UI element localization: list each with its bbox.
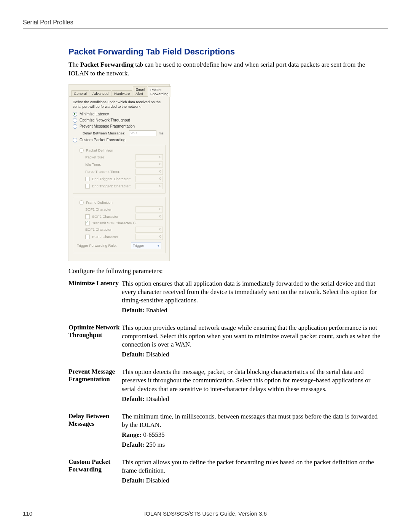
radio-custom-forwarding[interactable]: Custom Packet Forwarding: [73, 138, 166, 142]
radio-dot-icon: [73, 118, 77, 123]
trigger-rule-label: Trigger Forwarding Rule:: [77, 243, 117, 248]
radio-dot-icon: [79, 148, 84, 153]
force-transmit-input[interactable]: 0: [135, 169, 163, 175]
parameter-description: This option provides optimal network usa…: [122, 324, 384, 360]
radio-label: Custom Packet Forwarding: [80, 138, 126, 142]
tab-general[interactable]: General: [71, 90, 89, 96]
radio-label: Optimize Network Throughput: [80, 118, 130, 122]
parameter-row: Minimize LatencyThis option ensures that…: [68, 280, 384, 316]
checkbox-icon[interactable]: [85, 177, 90, 181]
tab-advanced[interactable]: Advanced: [90, 90, 111, 96]
tab-email-alert[interactable]: Email Alert: [133, 86, 147, 96]
tab-hardware[interactable]: Hardware: [112, 90, 132, 96]
parameter-row: Delay Between MessagesThe minimum time, …: [68, 412, 384, 451]
parameter-description: This option ensures that all application…: [122, 280, 384, 316]
section-title: Packet Forwarding Tab Field Descriptions: [68, 47, 384, 57]
dialog-instruction: Define the conditions under which data r…: [73, 100, 166, 109]
chevron-down-icon: ▾: [158, 244, 159, 248]
radio-dot-icon: [73, 112, 77, 117]
eof2-label: EOF2 Character:: [92, 235, 133, 239]
intro-paragraph: The Packet Forwarding tab can be used to…: [68, 61, 384, 78]
end-trigger2-label: End Trigger2 Character:: [92, 184, 133, 188]
tab-packet-forwarding[interactable]: Packet Forwarding: [148, 86, 171, 97]
radio-label: Minimize Latency: [80, 112, 109, 116]
packet-forwarding-dialog: General Advanced Hardware Email Alert Pa…: [68, 84, 170, 261]
footer-guide-title: IOLAN SDS/SCS/STS User's Guide, Version …: [68, 510, 342, 517]
checkbox-icon[interactable]: [85, 184, 90, 189]
radio-dot-icon: [73, 138, 77, 142]
end-trigger1-label: End Trigger1 Character:: [92, 177, 133, 181]
parameter-row: Prevent Message FragmentationThis option…: [68, 368, 384, 404]
group-frame-definition: Frame Definition SOF1 Character: 0 SOF2 …: [73, 197, 166, 253]
delay-between-label: Delay Between Messages:: [83, 131, 127, 135]
parameter-name: Delay Between Messages: [68, 412, 122, 428]
eof1-label: EOF1 Character:: [85, 227, 133, 232]
delay-between-input[interactable]: 250: [129, 130, 156, 136]
sof1-label: SOF1 Character:: [85, 207, 133, 211]
trigger-rule-select[interactable]: Trigger ▾: [131, 242, 161, 249]
parameter-row: Custom Packet ForwardingThis option allo…: [68, 458, 384, 486]
radio-dot-icon: [79, 200, 84, 205]
page-number: 110: [23, 510, 68, 517]
parameter-table: Minimize LatencyThis option ensures that…: [68, 280, 384, 487]
radio-label: Prevent Message Fragmentation: [80, 124, 135, 128]
radio-optimize-throughput[interactable]: Optimize Network Throughput: [73, 118, 166, 123]
parameter-row: Optimize Network ThroughputThis option p…: [68, 324, 384, 360]
parameter-description: This option detects the message, packet,…: [122, 368, 384, 404]
parameter-description: The minimum time, in milliseconds, betwe…: [122, 412, 384, 451]
radio-minimize-latency[interactable]: Minimize Latency: [73, 112, 166, 117]
idle-time-input[interactable]: 0: [135, 161, 163, 168]
radio-label: Frame Definition: [86, 200, 113, 204]
packet-size-input[interactable]: 0: [135, 154, 163, 160]
end-trigger2-input[interactable]: 0: [135, 183, 163, 189]
radio-label: Packet Definition: [86, 148, 113, 152]
intro-pre: The: [68, 61, 80, 68]
eof2-input[interactable]: 0: [135, 234, 163, 240]
radio-dot-icon: [73, 124, 77, 129]
radio-packet-definition[interactable]: Packet Definition: [79, 148, 163, 153]
eof1-input[interactable]: 0: [135, 227, 163, 233]
packet-size-label: Packet Size:: [85, 155, 133, 159]
trigger-rule-value: Trigger: [133, 243, 144, 248]
header-rule: [23, 28, 388, 29]
force-transmit-label: Force Transmit Timer:: [85, 169, 133, 174]
sof1-input[interactable]: 0: [135, 206, 163, 212]
radio-frame-definition[interactable]: Frame Definition: [79, 200, 163, 205]
page-footer: 110 IOLAN SDS/SCS/STS User's Guide, Vers…: [23, 510, 388, 517]
parameter-name: Custom Packet Forwarding: [68, 458, 122, 473]
delay-between-unit: ms: [159, 131, 166, 135]
checkbox-checked-icon[interactable]: [85, 221, 90, 225]
running-head: Serial Port Profiles: [23, 19, 388, 26]
intro-bold: Packet Forwarding: [80, 61, 134, 68]
parameter-name: Minimize Latency: [68, 280, 122, 287]
parameter-description: This option allows you to define the pac…: [122, 458, 384, 486]
dialog-tabstrip: General Advanced Hardware Email Alert Pa…: [69, 85, 169, 97]
end-trigger1-input[interactable]: 0: [135, 176, 163, 182]
transmit-sof-label: Transmit SOF Character(s):: [92, 221, 163, 225]
sof2-input[interactable]: 0: [135, 214, 163, 220]
checkbox-icon[interactable]: [85, 235, 90, 239]
checkbox-icon[interactable]: [85, 214, 90, 219]
idle-time-label: Idle Time:: [85, 162, 133, 166]
parameter-name: Prevent Message Fragmentation: [68, 368, 122, 383]
configure-line: Configure the following parameters:: [68, 267, 384, 275]
group-packet-definition: Packet Definition Packet Size: 0 Idle Ti…: [73, 145, 166, 194]
sof2-label: SOF2 Character:: [92, 214, 133, 219]
parameter-name: Optimize Network Throughput: [68, 324, 122, 339]
radio-prevent-fragmentation[interactable]: Prevent Message Fragmentation: [73, 124, 166, 129]
